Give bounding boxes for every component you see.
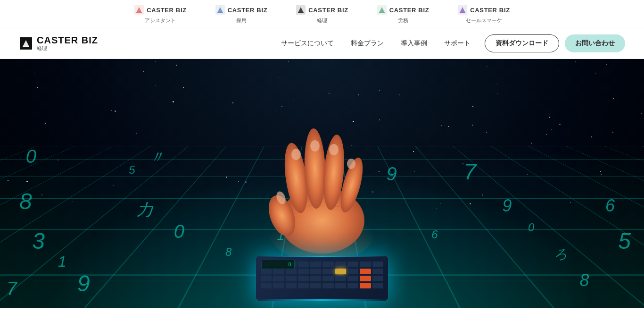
service-name: CASTER BIZ [308, 7, 348, 14]
hero-section: 0831975カ〃081596790ろ865 [0, 59, 644, 308]
calc-key [322, 262, 333, 267]
service-item-labor[interactable]: CASTER BIZ労務 [377, 5, 429, 24]
svg-point-27 [329, 144, 339, 155]
calc-key [298, 262, 309, 267]
calculator-body: 0. [256, 256, 388, 301]
service-name: CASTER BIZ [389, 7, 429, 14]
calc-key [261, 276, 272, 281]
calc-key [322, 276, 333, 281]
calc-key [310, 276, 321, 281]
service-sub: 労務 [398, 17, 408, 24]
calculator-glow-line [256, 299, 388, 301]
calc-key [347, 283, 358, 288]
service-name: CASTER BIZ [147, 7, 187, 14]
calc-key [372, 283, 383, 288]
calc-key [360, 262, 371, 267]
service-sub: アシスタント [145, 17, 176, 24]
calc-key [286, 283, 297, 288]
calculator-display: 0. [262, 260, 295, 269]
calc-key [360, 269, 371, 274]
calc-key [273, 283, 284, 288]
svg-point-26 [310, 140, 320, 152]
service-item-sales[interactable]: CASTER BIZセールスマーケ [457, 5, 510, 24]
svg-point-25 [291, 149, 301, 160]
service-bar: CASTER BIZアシスタント CASTER BIZ採用 CASTER BIZ… [0, 0, 644, 28]
calc-key [335, 276, 346, 281]
calc-key [372, 269, 383, 274]
nav-link-service[interactable]: サービスについて [281, 39, 334, 48]
calc-key [273, 269, 284, 274]
calc-key [310, 262, 321, 267]
calc-key [335, 269, 346, 274]
hand-illustration [242, 117, 402, 268]
svg-point-28 [347, 159, 355, 169]
nav-logo-sub: 経理 [37, 45, 98, 52]
calc-key [372, 276, 383, 281]
calc-key [273, 276, 284, 281]
service-sub: セールスマーケ [466, 17, 502, 24]
download-button[interactable]: 資料ダウンロード [485, 34, 559, 52]
logo-icon [19, 36, 33, 51]
calc-key [261, 283, 272, 288]
calc-key [360, 283, 371, 288]
calc-key [347, 269, 358, 274]
calc-key [335, 283, 346, 288]
calc-key [322, 283, 333, 288]
calc-key [310, 283, 321, 288]
calc-key [298, 269, 309, 274]
calc-key [310, 269, 321, 274]
nav-logo-text: CASTER BIZ 経理 [37, 35, 98, 52]
calculator: 0. [251, 256, 393, 308]
contact-button[interactable]: お問い合わせ [565, 34, 625, 52]
calc-key [298, 276, 309, 281]
main-nav: CASTER BIZ 経理 サービスについて 料金プラン 導入事例 サポート 資… [0, 28, 644, 59]
calc-key [360, 276, 371, 281]
nav-link-support[interactable]: サポート [444, 39, 471, 48]
nav-links: サービスについて 料金プラン 導入事例 サポート [281, 39, 471, 48]
service-sub: 採用 [236, 17, 247, 24]
calc-key [322, 269, 333, 274]
calc-key [335, 262, 346, 267]
service-name: CASTER BIZ [228, 7, 268, 14]
service-sub: 経理 [317, 17, 327, 24]
calc-key [261, 269, 272, 274]
service-item-assistant[interactable]: CASTER BIZアシスタント [134, 5, 187, 24]
service-item-recruit[interactable]: CASTER BIZ採用 [215, 5, 268, 24]
nav-logo[interactable]: CASTER BIZ 経理 [19, 35, 98, 52]
calc-key [347, 262, 358, 267]
service-name: CASTER BIZ [470, 7, 510, 14]
calc-key [286, 269, 297, 274]
calc-key [286, 276, 297, 281]
hand-svg [242, 117, 402, 268]
calc-key [298, 283, 309, 288]
service-item-accounting[interactable]: CASTER BIZ経理 [296, 5, 348, 24]
calc-key [372, 262, 383, 267]
nav-logo-main: CASTER BIZ [37, 35, 98, 46]
nav-link-cases[interactable]: 導入事例 [401, 39, 427, 48]
calc-key [347, 276, 358, 281]
nav-link-pricing[interactable]: 料金プラン [351, 39, 384, 48]
